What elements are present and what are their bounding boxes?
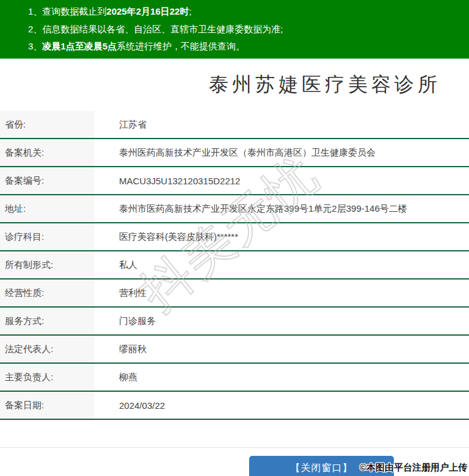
row-label: 备案机关:: [0, 139, 94, 166]
notice-text: ;: [189, 6, 191, 16]
table-row-business-nature: 经营性质: 营利性: [0, 279, 469, 308]
table-row-service-mode: 服务方式: 门诊服务: [0, 308, 469, 336]
notice-text-bold: 凌晨1点至凌晨5点: [42, 41, 117, 51]
row-value: 柳燕: [94, 364, 469, 391]
notice-line-number: 3、: [28, 41, 42, 51]
notice-line-number: 1、: [28, 6, 42, 16]
footer-divider: [0, 447, 469, 448]
row-value: MACU3J5U132120315D2212: [94, 167, 469, 194]
row-label: 备案日期:: [0, 392, 94, 419]
notice-banner: 1、查询数据截止到2025年2月16日22时; 2、信息数据结果以各省、自治区、…: [0, 0, 469, 59]
table-row-filing-date: 备案日期: 2024/03/22: [0, 392, 469, 420]
row-value: 医疗美容科(美容皮肤科)******: [94, 223, 469, 250]
notice-text: 查询数据截止到: [42, 6, 106, 16]
row-value: 缪丽秋: [94, 336, 469, 362]
notice-text-bold: 2025年2月16日22时: [106, 6, 189, 16]
upload-copyright-caption: ©本图由平台注册用户上传: [360, 462, 467, 474]
title-area: 泰州苏婕医疗美容诊所: [0, 59, 469, 111]
table-row-medical-subjects: 诊疗科目: 医疗美容科(美容皮肤科)******: [0, 223, 469, 251]
row-label: 省份:: [0, 111, 94, 138]
table-row-filing-number: 备案编号: MACU3J5U132120315D2212: [0, 167, 469, 195]
row-value: 营利性: [94, 279, 469, 306]
table-row-ownership: 所有制形式: 私人: [0, 251, 469, 279]
row-value: 江苏省: [94, 111, 469, 138]
notice-line-1: 1、查询数据截止到2025年2月16日22时;: [28, 3, 463, 21]
notice-line-2: 2、信息数据结果以各省、自治区、直辖市卫生健康委数据为准;: [28, 21, 463, 38]
row-label: 备案编号:: [0, 167, 94, 194]
row-label: 法定代表人:: [0, 336, 94, 362]
registration-table: 省份: 江苏省 备案机关: 泰州医药高新技术产业开发区（泰州市高港区）卫生健康委…: [0, 111, 469, 420]
row-value: 私人: [94, 251, 469, 278]
row-value: 泰州医药高新技术产业开发区（泰州市高港区）卫生健康委员会: [94, 139, 469, 166]
row-value: 泰州市医药高新技术产业开发区永定东路399号1单元2层399-146号二楼: [94, 195, 469, 222]
row-label: 地址:: [0, 195, 94, 222]
notice-line-number: 2、: [28, 24, 42, 34]
page-title: 泰州苏婕医疗美容诊所: [209, 71, 441, 98]
table-row-principal: 主要负责人: 柳燕: [0, 364, 469, 392]
table-row-filing-authority: 备案机关: 泰州医药高新技术产业开发区（泰州市高港区）卫生健康委员会: [0, 139, 469, 167]
table-row-legal-representative: 法定代表人: 缪丽秋: [0, 336, 469, 364]
notice-text: 系统进行维护，不能提供查询。: [117, 41, 245, 51]
row-label: 经营性质:: [0, 279, 94, 306]
table-row-province: 省份: 江苏省: [0, 111, 469, 139]
row-value: 门诊服务: [94, 308, 469, 334]
row-label: 服务方式:: [0, 308, 94, 334]
row-label: 主要负责人:: [0, 364, 94, 391]
row-value: 2024/03/22: [94, 392, 469, 419]
table-row-address: 地址: 泰州市医药高新技术产业开发区永定东路399号1单元2层399-146号二…: [0, 195, 469, 223]
row-label: 所有制形式:: [0, 251, 94, 278]
notice-text: 信息数据结果以各省、自治区、直辖市卫生健康委数据为准;: [42, 24, 283, 34]
notice-line-3: 3、凌晨1点至凌晨5点系统进行维护，不能提供查询。: [28, 38, 463, 56]
row-label: 诊疗科目:: [0, 223, 94, 250]
